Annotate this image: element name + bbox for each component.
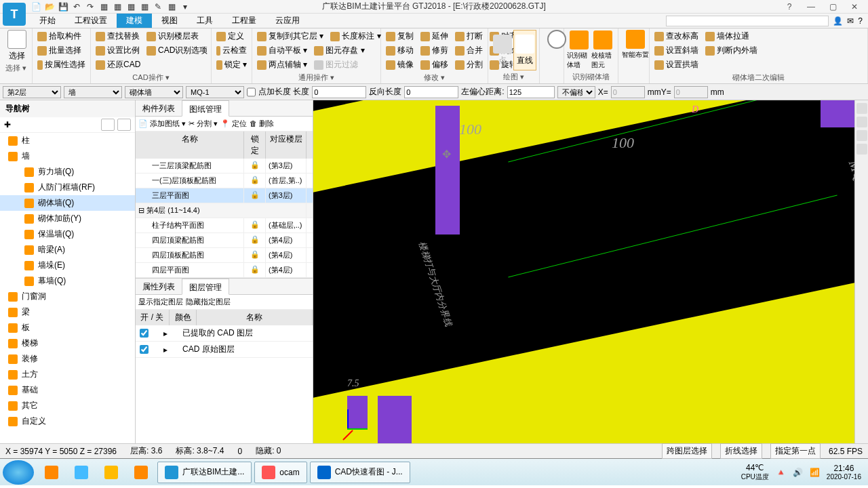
locate-button[interactable]: 📍 定位: [220, 119, 247, 129]
tab-model[interactable]: 建模: [117, 14, 152, 28]
tree-group[interactable]: 楼梯: [0, 336, 135, 351]
tb-pin4[interactable]: [127, 462, 155, 483]
merge-button[interactable]: 合并: [453, 44, 485, 57]
sb-btn-cross[interactable]: 跨图层选择: [662, 443, 712, 459]
tray-icon[interactable]: 🔊: [793, 468, 803, 477]
slant-wall-button[interactable]: 设置斜墙: [652, 44, 701, 57]
group-cad[interactable]: CAD操作 ▾: [94, 71, 208, 83]
tree-item[interactable]: 墙垛(E): [0, 258, 135, 273]
batch-select-button[interactable]: 批量选择: [35, 44, 87, 57]
elem-save-button[interactable]: 图元存盘 ▾: [312, 44, 366, 57]
pick-button[interactable]: 拾取构件: [35, 30, 87, 43]
tree-group[interactable]: 其它: [0, 398, 135, 413]
drawing-row[interactable]: 四层顶板配筋图🔒(第4层): [136, 248, 313, 263]
start-button[interactable]: [3, 460, 34, 485]
drawing-row[interactable]: 四层平面图🔒(第4层): [136, 263, 313, 278]
layer-row[interactable]: ▸已提取的 CAD 图层: [136, 325, 313, 342]
split-button[interactable]: ✂ 分割 ▾: [189, 119, 218, 129]
msg-icon[interactable]: ✉: [847, 16, 854, 26]
qat-dropdown-icon[interactable]: ▾: [179, 1, 191, 12]
tab-layers[interactable]: 图层管理: [182, 279, 229, 295]
qat-ic[interactable]: ✎: [152, 1, 164, 12]
tray-icon[interactable]: 🔺: [776, 468, 786, 477]
smart-layout-button[interactable]: 智能布置: [621, 30, 650, 60]
task-cad[interactable]: CAD快速看图 - J...: [310, 462, 410, 483]
copy-other-button[interactable]: 复制到其它层 ▾: [255, 30, 326, 43]
tree-item[interactable]: 暗梁(A): [0, 242, 135, 258]
tray-icon[interactable]: 📶: [810, 468, 820, 477]
drawing-row[interactable]: ⊟ 第4层 (11~14.4): [136, 203, 313, 218]
tab-drawings[interactable]: 图纸管理: [182, 100, 229, 117]
tab-props[interactable]: 属性列表: [136, 279, 182, 294]
vt-icon[interactable]: [856, 103, 867, 114]
qat-redo-icon[interactable]: ↷: [84, 1, 96, 12]
group-general[interactable]: 通用操作 ▾: [255, 71, 378, 83]
tree-group[interactable]: 基础: [0, 382, 135, 398]
user-icon[interactable]: 👤: [833, 16, 843, 26]
tb-pin3[interactable]: [98, 462, 125, 483]
qat-save-icon[interactable]: 💾: [57, 1, 69, 12]
tree-item[interactable]: 人防门框墙(RF): [0, 180, 135, 195]
group-draw[interactable]: 绘图 ▾: [491, 70, 536, 82]
mirror-button[interactable]: 镜像: [384, 58, 416, 71]
drawing-row[interactable]: 一三层顶梁配筋图🔒(第3层): [136, 159, 313, 174]
close-icon[interactable]: ✕: [846, 2, 863, 12]
tab-project[interactable]: 工程设置: [65, 14, 117, 28]
tb-pin2[interactable]: [68, 462, 95, 483]
view-grid-icon[interactable]: [117, 119, 131, 131]
tree-item[interactable]: 砌体加筋(Y): [0, 211, 135, 226]
cloud-check-button[interactable]: 云检查: [214, 44, 249, 57]
off-input[interactable]: [507, 86, 555, 98]
tb-pin1[interactable]: [38, 462, 65, 483]
tree-group[interactable]: 墙: [0, 148, 135, 164]
viewport-3d[interactable]: 100 100 MQ-2 7.5 D 楼梯打与大厅内分界线 ✥: [313, 100, 854, 443]
help-icon[interactable]: ?: [781, 2, 797, 12]
recog-wall-button[interactable]: 识别砌体墙: [567, 30, 591, 70]
qat-ic[interactable]: ▦: [138, 1, 151, 12]
tree-item[interactable]: 砌体墙(Q): [0, 195, 135, 211]
code-select[interactable]: MQ-1: [186, 86, 244, 98]
len-dim-button[interactable]: 长度标注 ▾: [328, 30, 382, 43]
drawing-row[interactable]: 柱子结构平面图🔒(基础层,..): [136, 218, 313, 233]
find-replace-button[interactable]: 查找替换: [94, 30, 142, 43]
set-scale-button[interactable]: 设置比例: [94, 44, 142, 57]
check-wall-button[interactable]: 校核墙图元: [591, 30, 616, 70]
search-input[interactable]: [666, 16, 829, 26]
copy-button[interactable]: 复制: [384, 30, 416, 43]
recog-floor-button[interactable]: 识别楼层表: [144, 30, 201, 43]
tree-group[interactable]: 自定义: [0, 413, 135, 429]
rev-len-input[interactable]: [404, 86, 458, 98]
layer-row[interactable]: ▸CAD 原始图层: [136, 342, 313, 358]
hide-layer-button[interactable]: 隐藏指定图层: [186, 297, 231, 307]
restore-cad-button[interactable]: 还原CAD: [94, 58, 208, 71]
minimize-icon[interactable]: —: [803, 2, 819, 12]
tab-tools[interactable]: 工具: [187, 14, 222, 28]
view-list-icon[interactable]: [101, 119, 115, 131]
break-button[interactable]: 打断: [453, 30, 485, 43]
qat-undo-icon[interactable]: ↶: [71, 1, 83, 12]
drawing-row[interactable]: 四层顶梁配筋图🔒(第4层): [136, 233, 313, 248]
two-axis-button[interactable]: 两点辅轴 ▾: [255, 58, 309, 71]
cad-options-button[interactable]: CAD识别选项: [144, 44, 210, 57]
trim-button[interactable]: 修剪: [418, 44, 450, 57]
tree-item[interactable]: 保温墙(Q): [0, 226, 135, 242]
tree-item[interactable]: 幕墙(Q): [0, 273, 135, 289]
help2-icon[interactable]: ?: [858, 16, 863, 26]
inner-outer-button[interactable]: 判断内外墙: [703, 44, 760, 57]
auto-slab-button[interactable]: 自动平板 ▾: [255, 44, 309, 57]
move-button[interactable]: 移动: [384, 44, 416, 57]
select-button[interactable]: 选择: [3, 30, 31, 62]
layer-toggle[interactable]: [140, 329, 149, 338]
tab-quantity[interactable]: 工程量: [222, 14, 266, 28]
wall-through-button[interactable]: 墙体拉通: [703, 30, 751, 43]
pt-len-check[interactable]: [247, 86, 256, 98]
lock-button[interactable]: 锁定 ▾: [214, 58, 249, 71]
sb-btn-first[interactable]: 指定第一点: [770, 443, 821, 459]
extend-button[interactable]: 延伸: [418, 30, 450, 43]
tree-group[interactable]: 板: [0, 320, 135, 336]
tree-group[interactable]: 柱: [0, 133, 135, 148]
deviation-select[interactable]: 不偏移 ▾: [557, 86, 595, 98]
drawing-row[interactable]: 三层平面图🔒(第3层): [136, 188, 313, 203]
split-button[interactable]: 分割: [453, 58, 485, 71]
define-button[interactable]: 定义: [214, 30, 249, 43]
